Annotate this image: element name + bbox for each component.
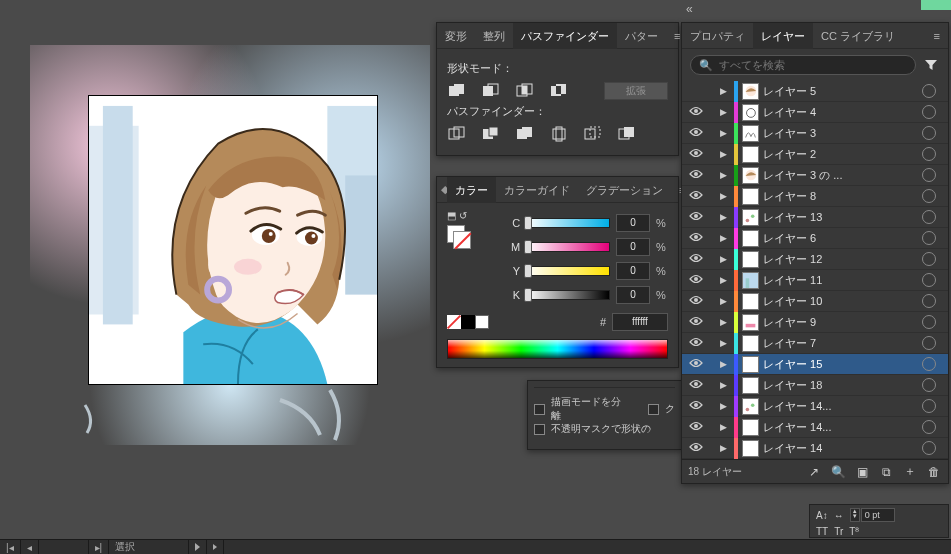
layer-name-label[interactable]: レイヤー 8 <box>763 189 918 204</box>
expand-arrow-icon[interactable]: ▶ <box>720 128 734 138</box>
layer-search-input[interactable]: 🔍 すべてを検索 <box>690 55 916 75</box>
layer-thumbnail[interactable] <box>742 272 759 289</box>
layer-name-label[interactable]: レイヤー 9 <box>763 315 918 330</box>
channel-slider[interactable] <box>526 218 610 228</box>
layer-name-label[interactable]: レイヤー 13 <box>763 210 918 225</box>
allcaps-icon[interactable]: TT <box>816 526 828 537</box>
expand-arrow-icon[interactable]: ▶ <box>720 275 734 285</box>
target-icon[interactable] <box>922 84 936 98</box>
expand-arrow-icon[interactable]: ▶ <box>720 338 734 348</box>
visibility-toggle-icon[interactable] <box>686 420 706 434</box>
target-icon[interactable] <box>922 252 936 266</box>
layer-name-label[interactable]: レイヤー 14... <box>763 399 918 414</box>
expand-arrow-icon[interactable]: ▶ <box>720 107 734 117</box>
expand-arrow-icon[interactable]: ▶ <box>720 359 734 369</box>
target-icon[interactable] <box>922 168 936 182</box>
visibility-toggle-icon[interactable] <box>686 168 706 182</box>
pf-outline-icon[interactable] <box>583 125 603 143</box>
tab-pattern[interactable]: パター <box>617 23 666 49</box>
artboard-nav-prev[interactable]: ◂ <box>21 540 39 554</box>
layer-row[interactable]: ▶レイヤー 2 <box>682 144 948 165</box>
target-icon[interactable] <box>922 147 936 161</box>
fill-stroke-swatch[interactable] <box>447 225 471 249</box>
visibility-toggle-icon[interactable] <box>686 315 706 329</box>
expand-arrow-icon[interactable]: ▶ <box>720 317 734 327</box>
layer-thumbnail[interactable] <box>742 104 759 121</box>
shapemode-intersect-icon[interactable] <box>515 82 535 100</box>
tab-layers[interactable]: レイヤー <box>753 23 813 49</box>
layer-name-label[interactable]: レイヤー 7 <box>763 336 918 351</box>
expand-arrow-icon[interactable]: ▶ <box>720 422 734 432</box>
stroke-swatch[interactable] <box>453 231 471 249</box>
visibility-toggle-icon[interactable] <box>686 105 706 119</box>
white-color-icon[interactable] <box>475 315 489 329</box>
artboard[interactable] <box>88 95 378 385</box>
tab-color-guide[interactable]: カラーガイド <box>496 177 578 203</box>
shapemode-minus-front-icon[interactable] <box>481 82 501 100</box>
layer-row[interactable]: ▶レイヤー 14... <box>682 396 948 417</box>
layer-name-label[interactable]: レイヤー 14 <box>763 441 918 456</box>
layer-row[interactable]: ▶レイヤー 7 <box>682 333 948 354</box>
layers-panel-menu-icon[interactable]: ≡ <box>926 30 948 42</box>
tab-properties[interactable]: プロパティ <box>682 23 753 49</box>
tab-cc-libraries[interactable]: CC ライブラリ <box>813 23 903 49</box>
tab-transform[interactable]: 変形 <box>437 23 475 49</box>
layer-row[interactable]: ▶レイヤー 14... <box>682 417 948 438</box>
new-layer-icon[interactable]: ＋ <box>902 464 918 480</box>
tab-color[interactable]: カラー <box>447 177 496 203</box>
channel-value-input[interactable]: 0 <box>616 238 650 256</box>
layer-thumbnail[interactable] <box>742 83 759 100</box>
channel-value-input[interactable]: 0 <box>616 214 650 232</box>
target-icon[interactable] <box>922 315 936 329</box>
color-shortcut-icons[interactable] <box>447 315 489 329</box>
expand-arrow-icon[interactable]: ▶ <box>720 254 734 264</box>
layer-name-label[interactable]: レイヤー 5 <box>763 84 918 99</box>
expand-arrow-icon[interactable]: ▶ <box>720 233 734 243</box>
layer-name-label[interactable]: レイヤー 4 <box>763 105 918 120</box>
smallcaps-icon[interactable]: Tr <box>834 526 843 537</box>
color-spectrum[interactable] <box>447 339 668 359</box>
target-icon[interactable] <box>922 210 936 224</box>
status-menu[interactable] <box>207 540 224 554</box>
clip-mask-icon[interactable]: ▣ <box>854 464 870 480</box>
target-icon[interactable] <box>922 441 936 455</box>
tab-align[interactable]: 整列 <box>475 23 513 49</box>
tab-gradient[interactable]: グラデーション <box>578 177 671 203</box>
status-play[interactable] <box>189 540 207 554</box>
visibility-toggle-icon[interactable] <box>686 231 706 245</box>
shapemode-exclude-icon[interactable] <box>549 82 569 100</box>
channel-slider[interactable] <box>526 242 610 252</box>
pf-trim-icon[interactable] <box>481 125 501 143</box>
tab-pathfinder[interactable]: パスファインダー <box>513 23 617 49</box>
layer-row[interactable]: ▶レイヤー 13 <box>682 207 948 228</box>
superscript-icon[interactable]: T⁸ <box>849 526 859 537</box>
expand-arrow-icon[interactable]: ▶ <box>720 380 734 390</box>
visibility-toggle-icon[interactable] <box>686 294 706 308</box>
target-icon[interactable] <box>922 126 936 140</box>
layer-thumbnail[interactable] <box>742 419 759 436</box>
layer-row[interactable]: ▶レイヤー 12 <box>682 249 948 270</box>
target-icon[interactable] <box>922 294 936 308</box>
expand-arrow-icon[interactable]: ▶ <box>720 212 734 222</box>
layer-name-label[interactable]: レイヤー 10 <box>763 294 918 309</box>
layer-row[interactable]: ▶レイヤー 5 <box>682 81 948 102</box>
layer-row[interactable]: ▶レイヤー 3 <box>682 123 948 144</box>
layer-thumbnail[interactable] <box>742 146 759 163</box>
layer-row[interactable]: ▶レイヤー 4 <box>682 102 948 123</box>
visibility-toggle-icon[interactable] <box>686 126 706 140</box>
target-icon[interactable] <box>922 105 936 119</box>
isolate-blend-checkbox[interactable] <box>534 404 545 415</box>
black-color-icon[interactable] <box>461 315 475 329</box>
filter-icon[interactable] <box>922 56 940 74</box>
layer-row[interactable]: ▶レイヤー 18 <box>682 375 948 396</box>
new-sublayer-icon[interactable]: ⧉ <box>878 464 894 480</box>
expand-arrow-icon[interactable]: ▶ <box>720 401 734 411</box>
channel-slider[interactable] <box>526 266 610 276</box>
target-icon[interactable] <box>922 273 936 287</box>
target-icon[interactable] <box>922 399 936 413</box>
layer-list[interactable]: ▶レイヤー 5▶レイヤー 4▶レイヤー 3▶レイヤー 2▶レイヤー 3 の ..… <box>682 81 948 459</box>
pf-crop-icon[interactable] <box>549 125 569 143</box>
target-icon[interactable] <box>922 420 936 434</box>
expand-arrow-icon[interactable]: ▶ <box>720 443 734 453</box>
pf-divide-icon[interactable] <box>447 125 467 143</box>
